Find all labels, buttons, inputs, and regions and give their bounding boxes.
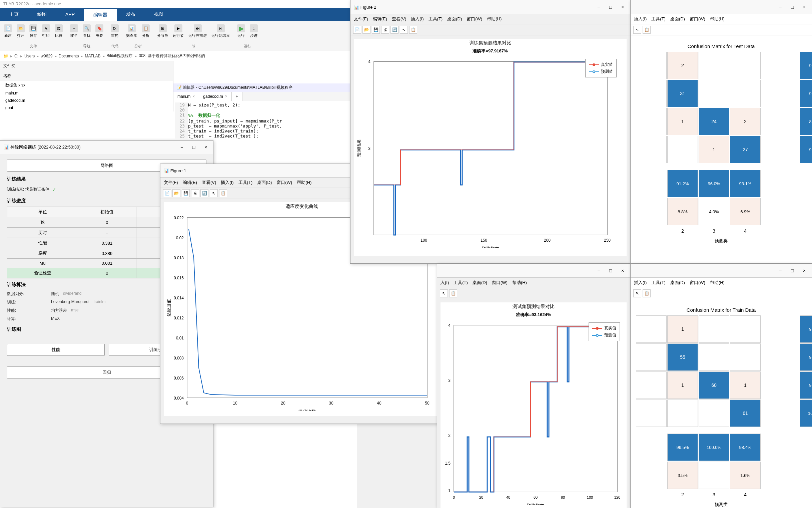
- maximize-button[interactable]: □: [788, 267, 796, 275]
- menu-help[interactable]: 帮助(H): [487, 16, 501, 22]
- menu-file[interactable]: 文件(F): [354, 16, 368, 22]
- rotate-icon[interactable]: 🔄: [390, 26, 398, 34]
- minimize-button[interactable]: −: [594, 3, 603, 11]
- print-icon[interactable]: 🖨: [191, 189, 199, 197]
- file-item[interactable]: 数据集.xlsx: [0, 81, 173, 89]
- close-button[interactable]: ×: [800, 267, 808, 275]
- menu-help[interactable]: 帮助(H): [710, 16, 725, 22]
- analyze-button[interactable]: 📋分析: [140, 23, 151, 39]
- file-item[interactable]: goat: [0, 104, 173, 112]
- maximize-button[interactable]: □: [607, 267, 615, 275]
- minimize-button[interactable]: −: [178, 143, 186, 151]
- close-button[interactable]: ×: [619, 267, 627, 275]
- tab-publish[interactable]: 发布: [117, 8, 145, 21]
- inspect-icon[interactable]: 📋: [449, 289, 457, 297]
- open-button[interactable]: 📂打开: [15, 23, 26, 39]
- minimize-button[interactable]: −: [776, 3, 784, 11]
- menu-insert[interactable]: 插入(I): [221, 179, 233, 185]
- print-button[interactable]: 🖨打印: [41, 23, 51, 39]
- menu-help[interactable]: 帮助(H): [710, 280, 725, 286]
- save-icon[interactable]: 💾: [372, 26, 380, 34]
- breadcrumb-item[interactable]: Bilibili视频程序: [107, 53, 133, 59]
- close-icon[interactable]: ×: [192, 94, 195, 99]
- menu-tools[interactable]: 工具(T): [651, 16, 666, 22]
- inspect-icon[interactable]: 📋: [642, 289, 651, 297]
- close-icon[interactable]: ×: [225, 94, 228, 99]
- breadcrumb-item[interactable]: MATLAB: [85, 54, 100, 58]
- tab-editor[interactable]: 编辑器: [84, 8, 117, 21]
- print-icon[interactable]: 🖨: [381, 26, 389, 34]
- file-item[interactable]: gadecod.m: [0, 97, 173, 104]
- new-tab-button[interactable]: +: [232, 92, 242, 101]
- refactor-button[interactable]: fx重构: [109, 23, 120, 39]
- open-icon[interactable]: 📂: [363, 26, 371, 34]
- menu-view[interactable]: 查看(V): [202, 179, 216, 185]
- cursor-icon[interactable]: ↖: [633, 289, 641, 297]
- run-button[interactable]: ▶运行: [236, 23, 246, 39]
- save-icon[interactable]: 💾: [182, 189, 190, 197]
- menu-edit[interactable]: 编辑(E): [183, 179, 197, 185]
- tab-plot[interactable]: 绘图: [28, 8, 56, 21]
- maximize-button[interactable]: □: [190, 143, 198, 151]
- cursor-icon[interactable]: ↖: [210, 189, 218, 197]
- code-editor[interactable]: 19N = size(P_test, 2); 20 21%% 数据归一化 22[…: [174, 101, 357, 140]
- menu-help[interactable]: 帮助(H): [512, 280, 527, 286]
- run-end-button[interactable]: ⏯运行到结束: [210, 23, 231, 39]
- menu-tools[interactable]: 工具(T): [238, 179, 253, 185]
- breadcrumb-item[interactable]: Users: [25, 54, 35, 58]
- minimize-button[interactable]: −: [594, 267, 603, 275]
- find-button[interactable]: 🔍查找: [81, 23, 92, 39]
- menu-insert[interactable]: 插入(I): [634, 16, 647, 22]
- menu-file[interactable]: 文件(F): [164, 179, 178, 185]
- editor-tab-gadecod[interactable]: gadecod.m×: [199, 92, 231, 101]
- close-button[interactable]: ×: [202, 143, 210, 151]
- tab-app[interactable]: APP: [56, 8, 84, 21]
- menu-desktop[interactable]: 桌面(D): [473, 280, 487, 286]
- compare-button[interactable]: ⚖比较: [53, 23, 64, 39]
- menu-window[interactable]: 窗口(W): [689, 280, 705, 286]
- menu-edit[interactable]: 编辑(E): [373, 16, 387, 22]
- performance-button[interactable]: 性能: [7, 344, 105, 356]
- cursor-icon[interactable]: ↖: [633, 26, 641, 34]
- new-button[interactable]: 📄新建: [3, 23, 13, 39]
- open-icon[interactable]: 📂: [173, 189, 180, 197]
- file-item[interactable]: main.m: [0, 89, 173, 97]
- breadcrumb-item[interactable]: w9629: [41, 54, 52, 58]
- menu-window[interactable]: 窗口(W): [492, 280, 508, 286]
- cursor-icon[interactable]: ↖: [400, 26, 408, 34]
- menu-help[interactable]: 帮助(H): [297, 179, 312, 185]
- close-button[interactable]: ×: [619, 3, 627, 11]
- new-icon[interactable]: 📄: [163, 189, 171, 197]
- maximize-button[interactable]: □: [607, 3, 615, 11]
- menu-window[interactable]: 窗口(W): [467, 16, 482, 22]
- inspect-icon[interactable]: 📋: [409, 26, 417, 34]
- run-section-button[interactable]: ▶运行节: [172, 23, 185, 39]
- maximize-button[interactable]: □: [788, 3, 796, 11]
- menu-tools[interactable]: 工具(T): [651, 280, 666, 286]
- inspect-icon[interactable]: 📋: [219, 189, 227, 197]
- profiler-button[interactable]: 📊探查器: [125, 23, 138, 39]
- menu-insert[interactable]: 插入(I): [411, 16, 424, 22]
- browse-icon[interactable]: 📁: [3, 54, 8, 58]
- menu-tools[interactable]: 工具(T): [429, 16, 443, 22]
- menu-desktop[interactable]: 桌面(D): [670, 16, 685, 22]
- menu-insert[interactable]: 入(I): [440, 280, 449, 286]
- breadcrumb-item[interactable]: Documents: [59, 54, 79, 58]
- menu-insert[interactable]: 插入(I): [634, 280, 647, 286]
- goto-button[interactable]: ↔转至: [69, 23, 79, 39]
- rotate-icon[interactable]: 🔄: [200, 189, 208, 197]
- save-button[interactable]: 💾保存: [28, 23, 39, 39]
- inspect-icon[interactable]: 📋: [642, 26, 651, 34]
- step-button[interactable]: ⤵步进: [248, 23, 259, 39]
- breadcrumb-item[interactable]: C:: [14, 54, 18, 58]
- bookmark-button[interactable]: 🔖书签: [94, 23, 105, 39]
- menu-view[interactable]: 查看(V): [392, 16, 406, 22]
- menu-window[interactable]: 窗口(W): [689, 16, 705, 22]
- close-button[interactable]: ×: [800, 3, 808, 11]
- menu-desktop[interactable]: 桌面(D): [257, 179, 272, 185]
- tab-home[interactable]: 主页: [0, 8, 28, 21]
- new-icon[interactable]: 📄: [353, 26, 361, 34]
- minimize-button[interactable]: −: [776, 267, 784, 275]
- breadcrumb-item[interactable]: 008_基于遗传算法优化BP神经网络的: [139, 53, 205, 59]
- editor-tab-main[interactable]: main.m×: [174, 92, 199, 101]
